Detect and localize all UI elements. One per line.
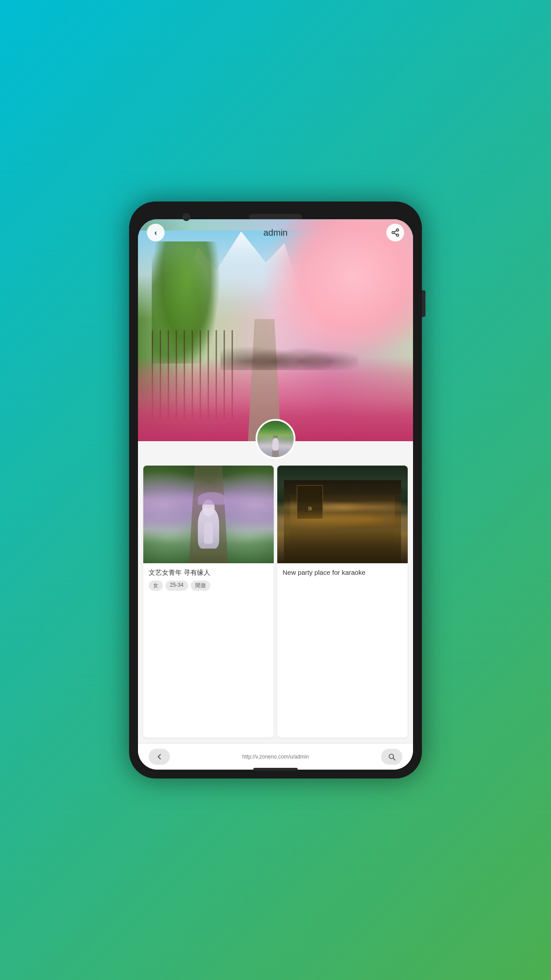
- svg-line-3: [394, 233, 397, 234]
- card-2-text: New party place for karaoke: [277, 563, 408, 738]
- hero-section: ‹ admin: [138, 219, 413, 441]
- avatar[interactable]: [256, 419, 295, 459]
- share-button[interactable]: [386, 224, 404, 241]
- umbrella: [198, 492, 225, 505]
- back-nav-icon: [155, 752, 164, 761]
- back-button[interactable]: ‹: [147, 224, 165, 241]
- people-silhouettes: [220, 326, 358, 370]
- svg-point-0: [396, 229, 398, 231]
- avatar-figure: [272, 438, 278, 451]
- volume-button: [422, 290, 425, 317]
- cards-grid: 文艺女青年 寻有缘人 女 25-34 閒遊 旅: [138, 466, 413, 743]
- share-icon: [391, 228, 400, 237]
- hero-background: [138, 219, 413, 441]
- tag-gender: 女: [149, 581, 163, 591]
- svg-line-4: [394, 230, 397, 232]
- card-1-title: 文艺女青年 寻有缘人: [149, 568, 268, 577]
- kanji-sign: 旅: [297, 485, 323, 519]
- svg-line-6: [393, 758, 395, 760]
- phone-frame: ‹ admin: [129, 202, 422, 778]
- svg-point-2: [396, 234, 398, 236]
- card-2[interactable]: 旅 New party place for karaoke: [277, 466, 408, 738]
- content-area: 文艺女青年 寻有缘人 女 25-34 閒遊 旅: [138, 441, 413, 770]
- phone-screen: ‹ admin: [138, 219, 413, 770]
- card-1-tags: 女 25-34 閒遊: [149, 581, 268, 591]
- card-1[interactable]: 文艺女青年 寻有缘人 女 25-34 閒遊: [143, 466, 274, 738]
- card-1-image: [143, 466, 274, 563]
- avatar-container: [256, 419, 295, 459]
- back-nav-button[interactable]: [149, 749, 170, 765]
- header-bar: ‹ admin: [138, 219, 413, 246]
- card-2-title: New party place for karaoke: [283, 568, 402, 577]
- search-nav-button[interactable]: [381, 749, 402, 765]
- search-icon: [387, 752, 396, 761]
- kimono-figure: [198, 508, 219, 549]
- card-1-text: 文艺女青年 寻有缘人 女 25-34 閒遊: [143, 563, 274, 738]
- card-2-image: 旅: [277, 466, 408, 563]
- page-title: admin: [264, 228, 287, 238]
- bottom-speaker: [253, 768, 298, 771]
- svg-point-5: [389, 754, 394, 759]
- url-bar: http://v.zoneno.com/u/admin: [242, 754, 309, 760]
- svg-point-1: [392, 232, 394, 234]
- tag-age: 25-34: [165, 581, 188, 591]
- bottom-nav: http://v.zoneno.com/u/admin: [138, 743, 413, 770]
- tag-activity: 閒遊: [191, 581, 210, 591]
